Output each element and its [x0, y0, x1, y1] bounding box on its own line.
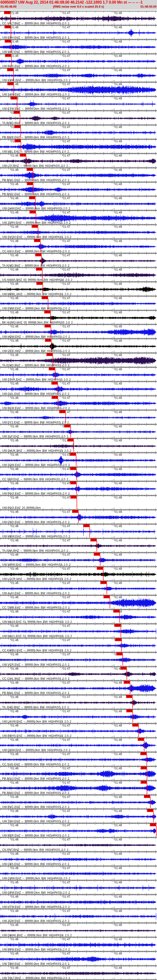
pick-flag[interactable]: xT 4 [36, 282, 43, 285]
pick-flag[interactable]: xT 4 [70, 496, 77, 499]
pick-flag[interactable]: xT 4 [121, 667, 127, 670]
pick-time-line[interactable] [153, 812, 154, 822]
pick-flag[interactable]: xT 4 [7, 82, 14, 85]
pick-flag[interactable]: xT 4 [52, 396, 58, 399]
pick-flag[interactable]: xT 4 [72, 510, 78, 513]
pick-flag[interactable]: xT 4 [4, 11, 11, 14]
pick-flag[interactable]: xT 4 [36, 268, 42, 270]
pick-flag[interactable]: xT 4 [7, 68, 14, 71]
pick-flag[interactable]: xT 4 [70, 481, 76, 484]
station-channel-label: UW.PGO.EHZ 20 99999.0km [2, 506, 41, 509]
pick-time-line[interactable] [121, 627, 121, 637]
pick-time-line[interactable] [106, 584, 107, 594]
pick-time-line[interactable] [97, 541, 97, 552]
time-tick-label: 01:46 [11, 738, 19, 741]
station-channel-label: US.HAWA.BHZ 00 99999.0km BW HIGHPASS 2.0… [2, 278, 72, 282]
pick-flag[interactable]: xT 4 [97, 567, 103, 570]
station-channel-label: UW.RVC.EHZ -- 99999.0km BW HIGHPASS 2.0 … [2, 805, 69, 809]
pick-time-line[interactable] [121, 641, 122, 651]
pick-flag[interactable]: xT 4 [140, 752, 147, 755]
pick-flag[interactable]: xT 4 [67, 439, 74, 441]
pick-flag[interactable]: xT 4 [11, 97, 17, 99]
pick-flag[interactable]: xT 4 [126, 710, 133, 712]
pick-flag[interactable]: xT 4 [103, 595, 110, 598]
pick-flag[interactable]: xT 4 [27, 182, 33, 185]
pick-flag[interactable]: xT 4 [94, 553, 100, 556]
pick-flag[interactable]: xT 4 [132, 724, 139, 727]
pick-flag[interactable]: xT 4 [29, 196, 35, 199]
pick-flag[interactable]: xT 4 [30, 211, 36, 213]
pick-time-line[interactable] [150, 798, 151, 808]
pick-flag[interactable]: xT 4 [70, 453, 76, 456]
pick-time-line[interactable] [70, 427, 71, 438]
pick-flag[interactable]: xT 4 [5, 54, 11, 57]
pick-time-line[interactable] [122, 655, 123, 666]
pick-time-line[interactable] [130, 684, 130, 694]
pick-flag[interactable]: xT 4 [144, 795, 150, 798]
pick-flag[interactable]: xT 4 [147, 809, 154, 812]
pick-flag[interactable]: xT 4 [42, 296, 48, 299]
pick-time-line[interactable] [127, 670, 127, 680]
pick-time-line[interactable] [147, 769, 147, 780]
pick-time-line[interactable] [78, 512, 79, 523]
pick-flag[interactable]: xT 4 [114, 624, 121, 627]
pick-flag[interactable]: xT 4 [14, 125, 21, 128]
pick-flag[interactable]: xT 4 [141, 767, 147, 769]
pick-time-line[interactable] [147, 783, 147, 794]
pick-flag[interactable]: xT 4 [59, 410, 66, 413]
time-tick-label: 01:48 [115, 254, 122, 257]
pick-flag[interactable]: xT 4 [49, 368, 55, 370]
pick-flag[interactable]: xT 4 [14, 111, 20, 114]
pick-flag[interactable]: xT 4 [115, 638, 122, 641]
pick-time-line[interactable] [89, 527, 90, 537]
pick-flag[interactable]: xT 4 [141, 781, 147, 784]
time-tick-label: 01:47 [63, 867, 70, 870]
pick-time-line[interactable] [76, 470, 77, 480]
pick-flag[interactable]: xT 4 [35, 253, 42, 256]
pick-flag[interactable]: xT 4 [113, 610, 120, 612]
pick-time-line[interactable] [132, 698, 133, 708]
pick-flag[interactable]: xT 4 [83, 524, 90, 527]
pick-time-line[interactable] [144, 741, 144, 751]
pick-time-line[interactable] [133, 712, 133, 722]
pick-flag[interactable]: xT 4 [124, 681, 130, 684]
pick-flag[interactable]: xT 4 [138, 738, 144, 741]
pick-flag[interactable]: xT 4 [46, 353, 53, 356]
time-tick-label: 01:46 [11, 695, 19, 699]
pick-flag[interactable]: xT 4 [44, 325, 51, 328]
pick-flag[interactable]: xT 4 [20, 154, 26, 157]
pick-flag[interactable]: xT 4 [27, 168, 33, 171]
pick-flag[interactable]: xT 4 [44, 310, 51, 313]
pick-flag[interactable]: xT 4 [70, 467, 76, 470]
station-channel-label: UW.SHUK.BHZ -- 99999.0km BW HIGHPASS 2.0… [2, 449, 71, 452]
pick-flag[interactable]: xT 4 [51, 382, 58, 385]
pick-flag[interactable]: xT 4 [14, 140, 21, 142]
pick-time-line[interactable] [76, 484, 77, 495]
pick-flag[interactable]: xT 4 [32, 225, 38, 228]
pick-flag[interactable]: xT 4 [5, 25, 11, 28]
pick-time-line[interactable] [156, 826, 157, 837]
pick-flag[interactable]: xT 4 [5, 40, 11, 43]
trace-row: 01:4601:4701:48xT 4UW.GUL.EHZ -- 99999.0… [0, 382, 157, 396]
time-tick-label: 01:47 [63, 695, 70, 699]
pick-flag[interactable]: xT 4 [34, 239, 40, 242]
pick-flag[interactable]: xT 4 [150, 823, 156, 826]
pick-time-line[interactable] [76, 455, 76, 466]
time-tick-label: 01:47 [63, 596, 70, 599]
trace-row: 01:4601:4701:48xT 4CC.VALT.BHZ -- 99999.… [0, 11, 157, 25]
pick-time-line[interactable] [138, 726, 139, 737]
pick-time-line[interactable] [119, 612, 120, 623]
pick-flag[interactable]: xT 4 [126, 695, 133, 698]
pick-flag[interactable]: xT 4 [116, 652, 123, 655]
pick-time-line[interactable] [76, 498, 77, 509]
pick-time-line[interactable] [73, 441, 74, 452]
pick-flag[interactable]: xT 4 [64, 425, 71, 427]
pick-time-line[interactable] [146, 755, 147, 765]
pick-time-line[interactable] [103, 570, 103, 580]
pick-flag[interactable]: xT 4 [45, 339, 51, 342]
pick-time-line[interactable] [109, 598, 110, 609]
pick-time-line[interactable] [100, 555, 100, 566]
pick-flag[interactable]: xT 4 [90, 539, 97, 541]
time-tick-label: 01:48 [115, 952, 122, 955]
pick-flag[interactable]: xT 4 [100, 581, 107, 584]
